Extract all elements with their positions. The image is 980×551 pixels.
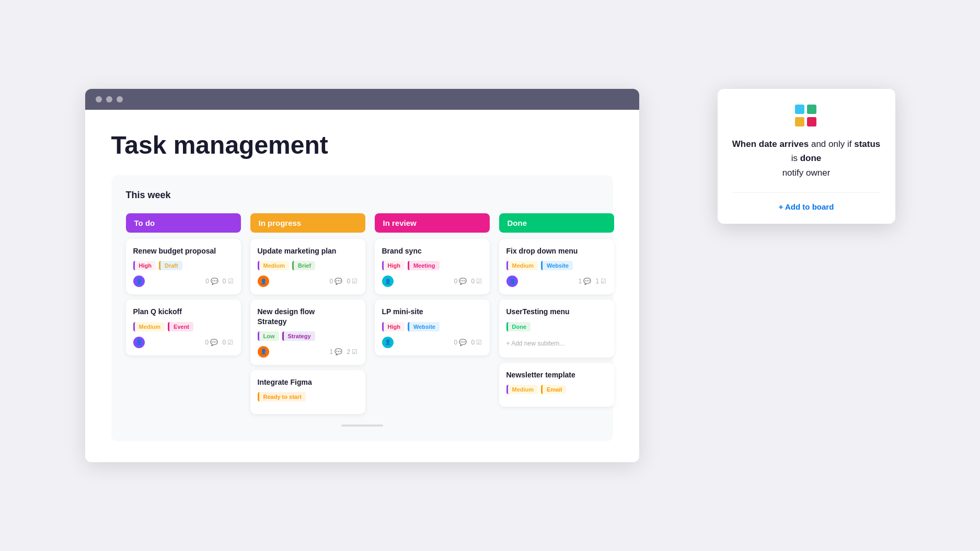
card-title: Update marketing plan bbox=[258, 246, 358, 256]
slack-logo-icon bbox=[795, 105, 818, 128]
task-count: 0 ☑ bbox=[223, 278, 234, 285]
avatar: 👤 bbox=[133, 337, 145, 348]
browser-content: Task management This week To do Renew bu… bbox=[85, 110, 639, 462]
browser-window: Task management This week To do Renew bu… bbox=[85, 89, 639, 462]
tags-row: High Website bbox=[382, 322, 482, 331]
card-meta: 1 💬 2 ☑ bbox=[329, 348, 358, 355]
card-footer: 👤 0 💬 0 ☑ bbox=[258, 276, 358, 287]
card-meta: 0 💬 0 ☑ bbox=[205, 339, 233, 346]
browser-dot-3 bbox=[117, 96, 123, 102]
card-fix-dropdown: Fix drop down menu Medium Website 👤 1 💬 … bbox=[499, 239, 614, 294]
column-inreview: In review Brand sync High Meeting 👤 bbox=[375, 213, 490, 419]
page-title: Task management bbox=[111, 131, 613, 159]
card-meta: 0 💬 0 ☑ bbox=[205, 278, 233, 285]
browser-dot-2 bbox=[106, 96, 112, 102]
tags-row: Medium Event bbox=[133, 322, 234, 331]
column-done: Done Fix drop down menu Medium Website 👤 bbox=[499, 213, 614, 419]
tag-brief: Brief bbox=[292, 261, 315, 270]
tag-event: Event bbox=[168, 322, 193, 331]
tag-strategy: Strategy bbox=[282, 331, 315, 341]
tags-row: Ready to start bbox=[258, 392, 358, 401]
browser-dot-1 bbox=[96, 96, 102, 102]
card-usertesting: UserTesting menu Done + Add new subitem.… bbox=[499, 300, 614, 357]
tag-done: Done bbox=[506, 322, 531, 331]
add-to-board-button[interactable]: + Add to board bbox=[732, 202, 881, 211]
card-title: Brand sync bbox=[382, 246, 482, 256]
tag-medium: Medium bbox=[506, 261, 538, 270]
card-new-design-flow: New design flow Strategy Low Strategy 👤 bbox=[250, 300, 365, 364]
card-meta: 0 💬 0 ☑ bbox=[454, 278, 482, 285]
card-meta: 1 💬 1 ☑ bbox=[578, 278, 606, 285]
card-update-marketing: Update marketing plan Medium Brief 👤 0 💬… bbox=[250, 239, 365, 294]
tag-ready: Ready to start bbox=[258, 392, 306, 401]
automation-popup: When date arrives and only if status is … bbox=[718, 89, 895, 224]
card-integrate-figma: Integrate Figma Ready to start bbox=[250, 370, 365, 414]
avatar: 👤 bbox=[382, 337, 394, 348]
tag-high: High bbox=[133, 261, 156, 270]
popup-divider bbox=[732, 192, 881, 193]
week-label: This week bbox=[126, 190, 598, 201]
card-footer: 👤 0 💬 0 ☑ bbox=[133, 276, 234, 287]
popup-text: When date arrives and only if status is … bbox=[732, 137, 881, 180]
tags-row: Medium Email bbox=[506, 385, 607, 394]
card-newsletter: Newsletter template Medium Email bbox=[499, 363, 614, 407]
tag-high: High bbox=[382, 322, 405, 331]
tags-row: High Draft bbox=[133, 261, 234, 270]
column-header-done: Done bbox=[499, 213, 614, 233]
card-footer: 👤 0 💬 0 ☑ bbox=[382, 337, 482, 348]
tags-row: Low Strategy bbox=[258, 331, 358, 341]
card-title: Fix drop down menu bbox=[506, 246, 607, 256]
card-brand-sync: Brand sync High Meeting 👤 0 💬 0 ☑ bbox=[375, 239, 490, 294]
card-footer: 👤 0 💬 0 ☑ bbox=[382, 276, 482, 287]
card-title: Integrate Figma bbox=[258, 377, 358, 387]
tag-low: Low bbox=[258, 331, 279, 341]
avatar: 👤 bbox=[258, 346, 269, 358]
card-title: New design flow Strategy bbox=[258, 307, 358, 326]
tags-row: Done bbox=[506, 322, 607, 331]
comment-count: 0 💬 bbox=[205, 278, 218, 285]
card-title: LP mini-site bbox=[382, 307, 482, 316]
card-meta: 0 💬 0 ☑ bbox=[329, 278, 358, 285]
scroll-hint bbox=[341, 424, 383, 427]
tag-medium: Medium bbox=[258, 261, 290, 270]
tags-row: Medium Website bbox=[506, 261, 607, 270]
card-title: Newsletter template bbox=[506, 370, 607, 380]
avatar: 👤 bbox=[258, 276, 269, 287]
column-header-inprogress: In progress bbox=[250, 213, 365, 233]
card-title: Renew budget proposal bbox=[133, 246, 234, 256]
card-title: UserTesting menu bbox=[506, 307, 607, 316]
avatar: 👤 bbox=[506, 276, 518, 287]
tag-website: Website bbox=[541, 261, 573, 270]
card-footer: 👤 0 💬 0 ☑ bbox=[133, 337, 234, 348]
browser-bar bbox=[85, 89, 639, 110]
board-container: This week To do Renew budget proposal Hi… bbox=[111, 175, 613, 441]
avatar: 👤 bbox=[133, 276, 145, 287]
columns-row: To do Renew budget proposal High Draft 👤 bbox=[126, 213, 598, 419]
card-plan-kickoff: Plan Q kickoff Medium Event 👤 0 💬 0 ☑ bbox=[126, 300, 241, 355]
column-header-todo: To do bbox=[126, 213, 241, 233]
add-subitem-btn[interactable]: + Add new subitem... bbox=[506, 337, 607, 350]
column-inprogress: In progress Update marketing plan Medium… bbox=[250, 213, 365, 419]
card-title: Plan Q kickoff bbox=[133, 307, 234, 316]
main-wrapper: Task management This week To do Renew bu… bbox=[85, 89, 895, 462]
tag-draft: Draft bbox=[159, 261, 182, 270]
tag-high: High bbox=[382, 261, 405, 270]
tags-row: Medium Brief bbox=[258, 261, 358, 270]
tags-row: High Meeting bbox=[382, 261, 482, 270]
avatar: 👤 bbox=[382, 276, 394, 287]
tag-medium: Medium bbox=[506, 385, 538, 394]
tag-email: Email bbox=[541, 385, 566, 394]
column-header-inreview: In review bbox=[375, 213, 490, 233]
card-meta: 0 💬 0 ☑ bbox=[454, 339, 482, 346]
column-todo: To do Renew budget proposal High Draft 👤 bbox=[126, 213, 241, 419]
card-footer: 👤 1 💬 1 ☑ bbox=[506, 276, 607, 287]
card-renew-budget: Renew budget proposal High Draft 👤 0 💬 bbox=[126, 239, 241, 294]
card-footer: 👤 1 💬 2 ☑ bbox=[258, 346, 358, 358]
tag-website: Website bbox=[408, 322, 440, 331]
card-lp-mini-site: LP mini-site High Website 👤 0 💬 0 ☑ bbox=[375, 300, 490, 355]
tag-medium: Medium bbox=[133, 322, 165, 331]
tag-meeting: Meeting bbox=[408, 261, 440, 270]
